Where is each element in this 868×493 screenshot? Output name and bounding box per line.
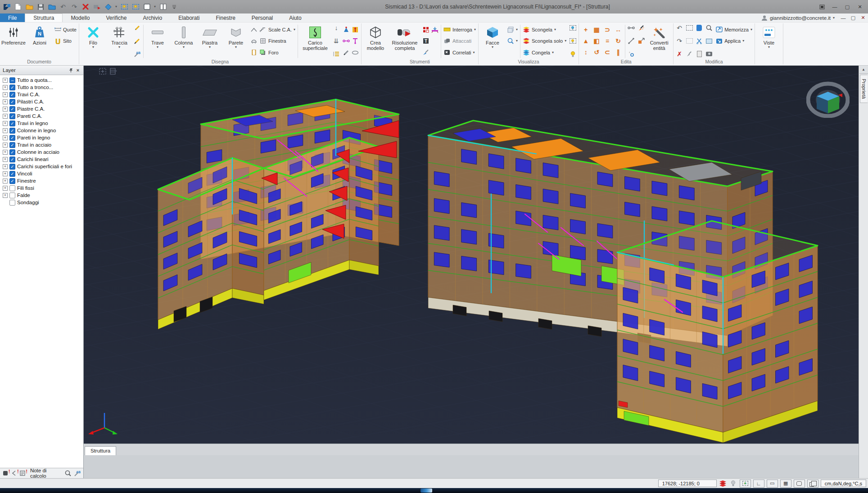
- panel-close-icon[interactable]: ×: [74, 67, 81, 74]
- hook-note-icon[interactable]: !: [11, 470, 17, 477]
- select-frozen-icon[interactable]: [131, 3, 140, 11]
- layer-checkbox[interactable]: ✓: [9, 149, 15, 155]
- tab-modello[interactable]: Modello: [63, 13, 98, 22]
- account-caret-icon[interactable]: ▾: [833, 16, 835, 20]
- account-area[interactable]: giannibizzotto@concrete.it ▾: [761, 13, 838, 22]
- node-snap-icon[interactable]: °: [628, 50, 635, 58]
- tile-windows-icon[interactable]: [159, 3, 167, 11]
- layer-item[interactable]: Sondaggi: [2, 199, 83, 206]
- layer-checkbox[interactable]: ✓: [9, 92, 15, 98]
- attaccati-button[interactable]: Attaccati: [443, 36, 476, 46]
- undo-icon[interactable]: ↶: [59, 3, 67, 11]
- scale-ca-button[interactable]: Scale C.A.▾: [250, 24, 295, 35]
- paste-icon[interactable]: [696, 50, 703, 58]
- layer-checkbox[interactable]: ✓: [9, 128, 15, 134]
- undo-edit-icon[interactable]: ↶: [676, 24, 683, 31]
- grid-toggle[interactable]: ▦: [780, 480, 791, 488]
- delete-icon[interactable]: [81, 3, 90, 11]
- customize-toolbar-icon[interactable]: [170, 3, 178, 11]
- image-icon[interactable]: [705, 37, 713, 45]
- expand-icon[interactable]: +: [3, 143, 8, 148]
- layer-item[interactable]: +✓Finestre: [2, 177, 83, 184]
- distribute-icon[interactable]: ∥: [613, 46, 624, 58]
- rectangle-snap-toggle[interactable]: ▭: [767, 480, 778, 488]
- expand-icon[interactable]: +: [3, 179, 8, 184]
- layer-checkbox[interactable]: [9, 185, 15, 191]
- print-view-icon[interactable]: [93, 3, 101, 11]
- expand-icon[interactable]: +: [3, 78, 8, 83]
- window-caret-icon[interactable]: ▾: [154, 5, 156, 9]
- scroll-up-icon[interactable]: ▲: [859, 66, 868, 74]
- layer-item[interactable]: +✓Piastre C.A.: [2, 105, 83, 112]
- chain-icon[interactable]: [628, 37, 635, 45]
- tab-archivio[interactable]: Archivio: [135, 13, 170, 22]
- tab-verifiche[interactable]: Verifiche: [98, 13, 135, 22]
- crea-modello-button[interactable]: Crea modello: [363, 24, 388, 51]
- flatten-icon[interactable]: ≡: [602, 35, 613, 46]
- expand-icon[interactable]: +: [3, 128, 8, 133]
- view-style-icon[interactable]: [110, 68, 117, 75]
- redo-icon[interactable]: ↷: [70, 3, 78, 11]
- correlati-button[interactable]: Correlati▾: [443, 47, 476, 58]
- layer-item[interactable]: +✓Travi C.A.: [2, 91, 83, 98]
- view-orientation-gizmo[interactable]: [806, 78, 850, 118]
- rotate-cw-icon[interactable]: ↻: [613, 35, 624, 46]
- expand-icon[interactable]: +: [3, 85, 8, 90]
- ellipse-icon[interactable]: [352, 49, 359, 56]
- rotate-ccw-icon[interactable]: ↺: [591, 46, 602, 58]
- maximize-button[interactable]: ▢: [842, 3, 853, 11]
- layer-item[interactable]: +✓Pareti in legno: [2, 134, 83, 141]
- interroga-button[interactable]: Interroga▾: [443, 24, 476, 35]
- clean-brush-icon[interactable]: [686, 50, 693, 58]
- expand-icon[interactable]: +: [3, 186, 8, 191]
- notes-label[interactable]: Note di calcolo: [30, 468, 60, 479]
- expand-icon[interactable]: +: [3, 92, 8, 97]
- filo-button[interactable]: Filo▾: [81, 24, 106, 49]
- add-selection-toggle[interactable]: +: [740, 480, 751, 488]
- carico-superficiale-button[interactable]: Carico superficiale: [299, 24, 331, 51]
- model-viewport[interactable]: [84, 66, 859, 444]
- layer-checkbox[interactable]: ✓: [9, 142, 15, 148]
- open-folder-icon[interactable]: [25, 3, 33, 11]
- layer-checkbox[interactable]: ✓: [9, 113, 15, 119]
- annotate-icon[interactable]: AB: [134, 50, 141, 58]
- zoom-window-icon[interactable]: [507, 37, 514, 45]
- finestra-button[interactable]: Finestra: [250, 36, 295, 46]
- layer-checkbox[interactable]: [9, 200, 15, 206]
- label-arrow-icon[interactable]: AB: [74, 470, 81, 477]
- expand-icon[interactable]: +: [3, 114, 8, 119]
- load-list-icon[interactable]: [333, 50, 340, 58]
- doc-minimize-button[interactable]: —: [838, 13, 848, 22]
- support-t-icon[interactable]: [352, 26, 359, 33]
- point-load-icon[interactable]: ↓: [333, 24, 340, 31]
- tab-personal[interactable]: Personal: [244, 13, 281, 22]
- piastra-button[interactable]: Piastra▾: [197, 24, 222, 49]
- bulb-icon[interactable]: [569, 50, 576, 58]
- cut-icon[interactable]: [696, 37, 703, 45]
- tab-aiuto[interactable]: Aiuto: [281, 13, 309, 22]
- ucs-cube-toggle[interactable]: [807, 480, 818, 488]
- tab-finestre[interactable]: Finestre: [208, 13, 244, 22]
- expand-icon[interactable]: +: [3, 121, 8, 126]
- tab-elaborati[interactable]: Elaborati: [170, 13, 208, 22]
- mirror-icon[interactable]: ◧: [591, 35, 602, 46]
- trave-button[interactable]: Trave▾: [145, 24, 170, 49]
- align-icon[interactable]: ↕: [580, 46, 591, 58]
- layer-item[interactable]: +✓Travi in acciaio: [2, 141, 83, 148]
- facce-button[interactable]: Facce▾: [480, 24, 505, 49]
- view-3d-icon[interactable]: [104, 3, 112, 11]
- colonna-button[interactable]: Colonna▾: [171, 24, 196, 49]
- style-book-icon[interactable]: [696, 24, 703, 31]
- erase-icon[interactable]: ✗: [676, 50, 683, 58]
- layer-checkbox[interactable]: –: [9, 77, 15, 83]
- line-load-icon[interactable]: ⇊: [333, 37, 340, 45]
- doc-close-button[interactable]: ✕: [858, 13, 868, 22]
- layer-checkbox[interactable]: ✓: [9, 106, 15, 112]
- doc-restore-button[interactable]: ▢: [848, 13, 858, 22]
- mesh-icon[interactable]: [422, 26, 429, 33]
- tab-struttura[interactable]: Struttura: [25, 13, 63, 22]
- redo-edit-icon[interactable]: ↷: [676, 37, 683, 45]
- scongela-button[interactable]: Scongela▾: [523, 24, 566, 35]
- layer-checkbox[interactable]: ✓: [9, 164, 15, 170]
- broom-icon[interactable]: [422, 49, 429, 56]
